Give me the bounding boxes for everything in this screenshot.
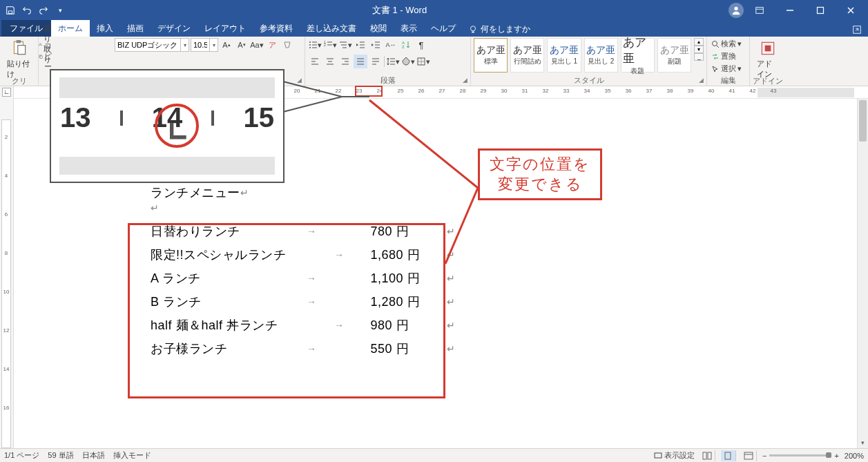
shrink-font-button[interactable]: A▾: [235, 38, 249, 52]
tab-selector[interactable]: ∟: [2, 88, 11, 97]
styles-scroll[interactable]: ▴▾⎯: [694, 38, 704, 61]
redo-icon[interactable]: [36, 3, 51, 18]
group-clipboard: 貼り付け クリ: [0, 37, 39, 86]
view-read-icon[interactable]: [700, 450, 715, 461]
status-words[interactable]: 59 単語: [48, 450, 73, 461]
addin-button[interactable]: アドイン: [753, 38, 783, 81]
qat-dropdown-icon[interactable]: ▾: [52, 3, 68, 18]
paste-button[interactable]: 貼り付け: [3, 38, 35, 81]
style-title[interactable]: あア亜表題: [621, 38, 655, 73]
replace-button[interactable]: 置換: [710, 50, 743, 62]
copy-icon: [39, 52, 43, 61]
align-justify-button[interactable]: [354, 55, 367, 68]
select-button[interactable]: 選択 ▾: [710, 63, 743, 75]
annotation-ruler-highlight: [355, 86, 383, 97]
line-spacing-button[interactable]: ▾: [386, 55, 400, 68]
decrease-indent-button[interactable]: [354, 38, 367, 52]
multilevel-button[interactable]: ▾: [338, 38, 352, 52]
font-size-input[interactable]: [191, 38, 210, 52]
close-button[interactable]: [836, 1, 865, 20]
quick-access-toolbar: ▾: [0, 3, 70, 18]
zoom-in-button[interactable]: +: [834, 452, 838, 460]
tab-help[interactable]: ヘルプ: [424, 20, 463, 37]
bullets-button[interactable]: ▾: [308, 38, 322, 52]
show-marks-button[interactable]: ¶: [414, 38, 428, 52]
zoom-level[interactable]: 200%: [845, 452, 864, 460]
lightbulb-icon: [468, 25, 478, 35]
tell-me-search[interactable]: 何をしますか: [463, 22, 536, 37]
svg-point-12: [41, 44, 41, 45]
ribbon-display-icon[interactable]: [745, 1, 774, 20]
status-display[interactable]: 表示設定: [654, 450, 695, 461]
scroll-down-icon[interactable]: ▾: [858, 437, 868, 448]
style-subtitle[interactable]: あア亜副題: [657, 38, 691, 73]
vertical-scrollbar[interactable]: ▴ ▾: [857, 99, 868, 448]
zoom-out-button[interactable]: −: [762, 452, 766, 460]
save-icon[interactable]: [3, 3, 18, 18]
tab-review[interactable]: 校閲: [363, 20, 394, 37]
tab-view[interactable]: 表示: [394, 20, 424, 37]
tab-design[interactable]: デザイン: [151, 20, 197, 37]
paragraph-launcher-icon[interactable]: ◢: [463, 75, 467, 85]
font-name-input[interactable]: [115, 38, 181, 52]
maximize-button[interactable]: [806, 1, 835, 20]
increase-indent-button[interactable]: [369, 38, 383, 52]
paragraph-mark-icon: ↵: [447, 320, 456, 331]
style-heading1[interactable]: あア亜見出し 1: [547, 38, 581, 73]
font-name-dropdown[interactable]: ▾: [181, 38, 189, 52]
tab-insert[interactable]: 挿入: [90, 20, 120, 37]
svg-rect-65: [708, 452, 711, 459]
style-normal[interactable]: あア亜標準: [474, 38, 508, 73]
numbering-button[interactable]: 12▾: [323, 38, 337, 52]
tab-draw[interactable]: 描画: [120, 20, 151, 37]
share-icon[interactable]: [849, 23, 865, 37]
styles-launcher-icon[interactable]: ◢: [699, 75, 704, 85]
view-print-icon[interactable]: [721, 450, 736, 461]
svg-point-6: [471, 26, 476, 30]
copy-button[interactable]: コピー: [37, 50, 57, 62]
svg-rect-0: [8, 10, 12, 13]
distribute-button[interactable]: [369, 55, 383, 68]
group-clipboard-side: 切り取り コピー: [39, 37, 41, 86]
sort-button[interactable]: AZ: [399, 38, 413, 52]
status-mode[interactable]: 挿入モード: [113, 450, 151, 461]
status-lang[interactable]: 日本語: [82, 450, 105, 461]
tab-layout[interactable]: レイアウト: [197, 20, 253, 37]
zoom-track[interactable]: [769, 454, 831, 456]
align-left-button[interactable]: [308, 55, 322, 68]
doc-empty-line: ↵: [151, 202, 455, 213]
borders-button[interactable]: ▾: [416, 55, 430, 68]
style-heading2[interactable]: あア亜見出し 2: [584, 38, 618, 73]
clear-format-button[interactable]: [280, 38, 294, 52]
scroll-thumb[interactable]: [859, 100, 867, 142]
replace-icon: [711, 52, 720, 61]
user-avatar-icon[interactable]: [729, 3, 744, 18]
font-size-dropdown[interactable]: ▾: [210, 38, 218, 52]
font-launcher-icon[interactable]: ◢: [297, 75, 302, 85]
tab-home[interactable]: ホーム: [51, 20, 90, 37]
group-styles: あア亜標準 あア亜行間詰め あア亜見出し 1 あア亜見出し 2 あア亜表題 あア…: [471, 37, 707, 86]
phonetic-guide-button[interactable]: ア: [265, 38, 279, 52]
find-icon: [711, 40, 720, 48]
svg-rect-9: [16, 40, 21, 43]
find-button[interactable]: 検索 ▾: [710, 38, 743, 50]
status-page[interactable]: 1/1 ページ: [4, 450, 39, 461]
annotation-red-circle: [155, 104, 199, 148]
grow-font-button[interactable]: A▴: [220, 38, 233, 52]
style-no-spacing[interactable]: あア亜行間詰め: [510, 38, 544, 73]
svg-line-58: [717, 46, 719, 48]
shading-button[interactable]: ▾: [401, 55, 415, 68]
zoom-slider[interactable]: − +: [762, 452, 839, 460]
align-center-button[interactable]: [323, 55, 337, 68]
undo-icon[interactable]: [19, 3, 35, 18]
editing-group-label: 編集: [721, 75, 736, 85]
change-case-button[interactable]: Aa▾: [250, 38, 264, 52]
addin-icon: [759, 39, 777, 57]
view-web-icon[interactable]: [742, 450, 757, 461]
tab-references[interactable]: 参考資料: [253, 20, 300, 37]
ltr-button[interactable]: A↔: [384, 38, 398, 52]
minimize-button[interactable]: [775, 1, 804, 20]
align-right-button[interactable]: [338, 55, 352, 68]
tab-mailings[interactable]: 差し込み文書: [300, 20, 363, 37]
vertical-ruler[interactable]: ∟ 246810121416: [0, 86, 14, 448]
